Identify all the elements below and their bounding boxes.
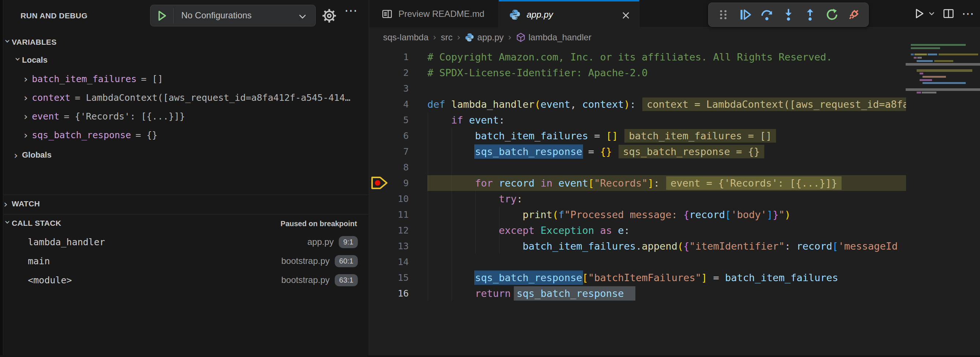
code-line-6[interactable]: 6 batch_item_failures = []batch_item_fai…	[369, 128, 906, 144]
frame-position-badge: 63:1	[335, 274, 358, 286]
code-line-13[interactable]: 13 batch_item_failures.append({"itemIden…	[369, 238, 906, 254]
step-over-icon[interactable]	[760, 8, 774, 22]
split-editor-icon[interactable]	[943, 8, 955, 19]
breakpoint-current-line-icon[interactable]	[371, 176, 389, 190]
code-line-2[interactable]: 2# SPDX-License-Identifier: Apache-2.0	[369, 65, 906, 81]
globals-tree-item[interactable]: › Globals	[4, 146, 369, 164]
code-line-8[interactable]: 8	[369, 159, 906, 175]
variable-value: = []	[141, 74, 163, 84]
tab-label[interactable]: app.py	[527, 10, 553, 20]
run-play-icon[interactable]	[156, 10, 168, 22]
minimap[interactable]	[906, 44, 980, 110]
line-number: 15	[391, 273, 409, 283]
line-code: # Copyright Amazon.com, Inc. or its affi…	[427, 49, 906, 65]
variable-row[interactable]: ›batch_item_failures= []	[4, 70, 369, 88]
code-line-16[interactable]: 16 return sqs_batch_response	[369, 285, 906, 301]
callstack-frame-row[interactable]: <module>bootstrap.py63:1	[4, 271, 369, 290]
code-line-11[interactable]: 11 print(f"Processed message: {record['b…	[369, 207, 906, 223]
code-line-12[interactable]: 12 except Exception as e:	[369, 223, 906, 238]
frame-file: app.py	[307, 237, 334, 247]
variable-row[interactable]: ›context= LambdaContext([aws_request_id=…	[4, 88, 369, 107]
breadcrumb-separator: ›	[457, 32, 461, 43]
breadcrumb-item[interactable]: lambda_handler	[516, 32, 592, 43]
python-icon	[509, 9, 521, 21]
code-line-14[interactable]: 14	[369, 254, 906, 270]
code-line-4[interactable]: 4def lambda_handler(event, context):cont…	[369, 96, 906, 112]
line-code: sqs_batch_response["batchItemFailures"] …	[427, 270, 906, 285]
code-line-1[interactable]: 1# Copyright Amazon.com, Inc. or its aff…	[369, 49, 906, 65]
line-code: def lambda_handler(event, context):conte…	[427, 96, 906, 112]
tab-app-py[interactable]: app.py	[499, 0, 640, 27]
code-line-7[interactable]: 7 sqs_batch_response = {}sqs_batch_respo…	[369, 144, 906, 159]
code-line-9[interactable]: 9 for record in event["Records"]:event =…	[369, 175, 906, 191]
frame-position-badge: 9:1	[339, 236, 358, 248]
variable-value: = {'Records': [{...}]}	[64, 111, 185, 122]
chevron-expanded-icon[interactable]: ›	[3, 39, 13, 47]
run-file-icon[interactable]	[913, 8, 925, 19]
code-line-10[interactable]: 10 try:	[369, 191, 906, 207]
breadcrumb-item[interactable]: src	[441, 32, 453, 43]
window-edge	[0, 0, 3, 357]
more-actions-icon[interactable]: ⋯	[344, 3, 358, 18]
chevron-down-icon[interactable]	[298, 12, 307, 21]
code-editor[interactable]: 1# Copyright Amazon.com, Inc. or its aff…	[369, 47, 906, 357]
gear-icon[interactable]	[321, 8, 337, 24]
run-dropdown-chevron-icon[interactable]	[928, 10, 935, 17]
close-icon[interactable]	[621, 10, 631, 21]
chevron-collapsed-icon[interactable]: ›	[24, 93, 32, 103]
breadcrumb-separator: ›	[508, 32, 512, 43]
variables-list: ›batch_item_failures= []›context= Lambda…	[4, 70, 369, 145]
callstack-frame-row[interactable]: mainbootstrap.py60:1	[4, 252, 369, 271]
breadcrumb-separator: ›	[433, 32, 436, 43]
continue-icon[interactable]	[738, 8, 752, 22]
line-number: 16	[391, 288, 409, 299]
code-line-15[interactable]: 15 sqs_batch_response["batchItemFailures…	[369, 270, 906, 285]
chevron-expanded-icon[interactable]: ›	[13, 57, 23, 65]
line-code	[427, 159, 906, 175]
frame-name: lambda_handler	[28, 237, 307, 247]
line-code: try:	[427, 191, 906, 207]
step-into-icon[interactable]	[781, 8, 795, 22]
callstack-frame-row[interactable]: lambda_handlerapp.py9:1	[4, 233, 369, 252]
variable-row[interactable]: ›sqs_batch_response= {}	[4, 126, 369, 144]
line-number: 7	[391, 146, 409, 157]
chevron-collapsed-icon[interactable]: ›	[24, 130, 32, 140]
chevron-collapsed-icon[interactable]: ›	[4, 199, 12, 209]
line-number: 12	[391, 225, 409, 236]
chevron-expanded-icon[interactable]: ›	[3, 220, 13, 228]
variable-row[interactable]: ›event= {'Records': [{...}]}	[4, 107, 369, 126]
locals-tree-item[interactable]: › Locals	[4, 51, 369, 69]
watch-section-header[interactable]: › WATCH	[4, 195, 369, 212]
chevron-collapsed-icon[interactable]: ›	[14, 150, 22, 160]
variable-value: = {}	[135, 130, 158, 140]
step-out-icon[interactable]	[803, 8, 817, 22]
callstack-section-header[interactable]: › CALL STACK Paused on breakpoint	[4, 215, 369, 232]
inline-debug-value: event = {'Records': [{...}]}	[666, 176, 842, 190]
frame-name: main	[28, 256, 281, 266]
inline-debug-value: batch_item_failures = []	[624, 129, 776, 143]
sidebar-title: RUN AND DEBUG	[21, 11, 88, 20]
variable-name: sqs_batch_response	[32, 130, 131, 140]
more-actions-icon[interactable]: ⋯	[962, 6, 974, 21]
config-dropdown-label[interactable]: No Configurations	[181, 10, 251, 21]
chevron-collapsed-icon[interactable]: ›	[24, 112, 32, 121]
breadcrumb-label: lambda_handler	[528, 32, 592, 43]
disconnect-icon[interactable]	[847, 8, 861, 22]
frame-position-badge: 60:1	[335, 255, 358, 267]
variables-section-header[interactable]: › VARIABLES	[4, 34, 369, 51]
chevron-collapsed-icon[interactable]: ›	[24, 74, 32, 84]
code-line-5[interactable]: 5 if event:	[369, 112, 906, 128]
tab-label[interactable]: Preview README.md	[398, 9, 485, 19]
drag-handle-icon[interactable]	[716, 8, 730, 22]
breadcrumb-item[interactable]: app.py	[465, 32, 504, 43]
python-icon	[465, 33, 474, 42]
line-code: batch_item_failures = []batch_item_failu…	[427, 128, 906, 144]
breadcrumb-item[interactable]: sqs-lambda	[383, 32, 428, 43]
run-and-debug-sidebar: RUN AND DEBUG No Configurations ⋯ › V	[0, 0, 369, 357]
tab-preview-readme[interactable]: Preview README.md	[369, 0, 499, 27]
line-code: if event:	[427, 112, 906, 128]
debug-config-dropdown[interactable]: No Configurations	[150, 5, 316, 26]
restart-icon[interactable]	[825, 8, 839, 22]
code-line-3[interactable]: 3	[369, 81, 906, 96]
symbol-method-icon	[516, 33, 525, 42]
